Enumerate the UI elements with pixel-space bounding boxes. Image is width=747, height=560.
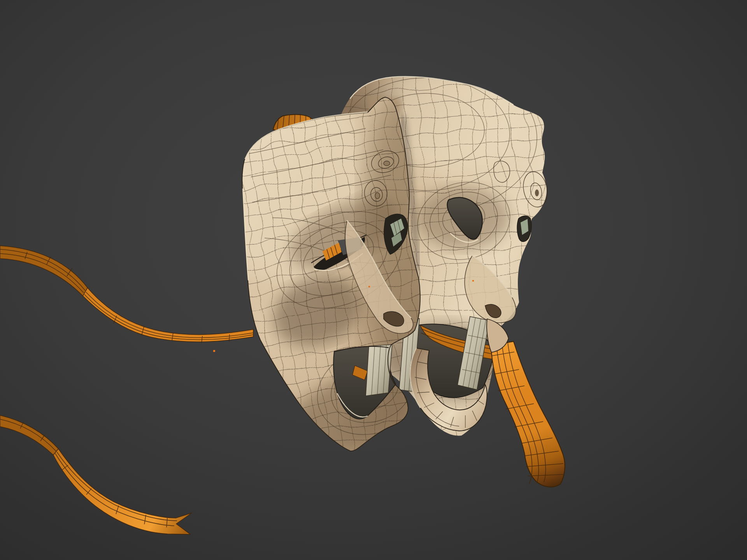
mask-render: Wireframe 3D render: tragedy and comedy … [0, 0, 747, 560]
viewport: Wireframe 3D render: tragedy and comedy … [0, 0, 747, 560]
